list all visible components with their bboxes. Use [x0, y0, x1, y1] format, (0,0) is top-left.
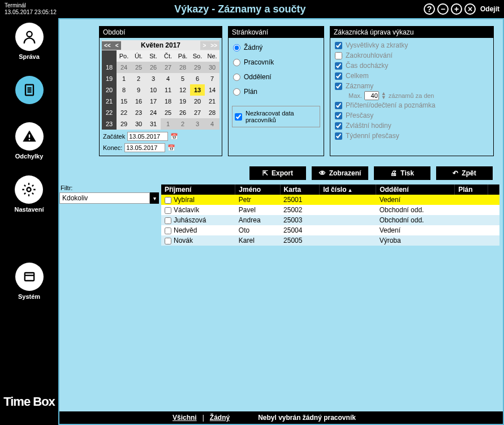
- customize-option[interactable]: Záznamy: [333, 81, 491, 91]
- calendar-day[interactable]: 26: [175, 107, 190, 118]
- calendar-day[interactable]: 31: [146, 118, 161, 130]
- calendar-day[interactable]: 4: [205, 118, 219, 130]
- calendar-day[interactable]: 7: [205, 73, 219, 84]
- checkbox-input[interactable]: [335, 42, 342, 49]
- end-date-input[interactable]: [124, 143, 165, 152]
- checkbox-input[interactable]: [335, 52, 342, 59]
- calendar-day[interactable]: 8: [117, 84, 131, 96]
- calendar-day[interactable]: 29: [190, 62, 205, 73]
- max-records-input[interactable]: [364, 91, 379, 100]
- plus-icon[interactable]: +: [451, 3, 462, 15]
- calendar-day[interactable]: 3: [190, 118, 205, 130]
- calendar-day[interactable]: 6: [190, 73, 205, 84]
- checkbox-input[interactable]: [335, 62, 342, 70]
- row-checkbox[interactable]: [165, 238, 171, 244]
- calendar-day[interactable]: 4: [161, 73, 175, 84]
- customize-option[interactable]: Týdenní přesčasy: [333, 131, 491, 141]
- table-row[interactable]: Novák Karel 25005 Výroba: [161, 235, 499, 246]
- customize-option[interactable]: Celkem: [333, 71, 491, 81]
- sidebar-item-nastaveni[interactable]: Nastavení: [15, 175, 44, 213]
- calendar-day[interactable]: 16: [131, 96, 146, 107]
- calendar-day[interactable]: 24: [117, 62, 131, 73]
- checkbox-input[interactable]: [335, 132, 342, 140]
- calendar-day[interactable]: 13: [190, 84, 205, 96]
- calendar-day[interactable]: 1: [161, 118, 175, 130]
- close-icon[interactable]: ×: [464, 3, 476, 15]
- export-button[interactable]: ⇱Export: [249, 166, 306, 180]
- calendar-day[interactable]: 5: [175, 73, 190, 84]
- checkbox-input[interactable]: [335, 72, 342, 80]
- calendar-day[interactable]: 9: [131, 84, 146, 96]
- calendar-day[interactable]: 27: [190, 107, 205, 118]
- table-row[interactable]: Vybíral Petr 25001 Vedení: [161, 195, 499, 205]
- customize-option[interactable]: Čas docházky: [333, 61, 491, 71]
- noshorten-block[interactable]: Nezkracovat data pracovníků: [232, 106, 320, 127]
- calendar-day[interactable]: 20: [190, 96, 205, 107]
- checkbox-input[interactable]: [335, 102, 342, 109]
- column-header[interactable]: [488, 184, 499, 195]
- select-all-link[interactable]: Všichni: [173, 414, 197, 422]
- column-header[interactable]: Plán: [455, 184, 488, 195]
- radio-input[interactable]: [233, 88, 240, 96]
- column-header[interactable]: Karta: [280, 184, 320, 195]
- print-button[interactable]: 🖨Tisk: [374, 166, 430, 180]
- table-row[interactable]: Juhászová Andrea 25003 Obchodní odd.: [161, 215, 499, 225]
- start-date-input[interactable]: [127, 132, 168, 141]
- calendar-icon[interactable]: 📅: [167, 144, 175, 152]
- column-header[interactable]: Příjmení: [161, 184, 235, 195]
- spinner-icon[interactable]: ▲▼: [381, 92, 386, 100]
- calendar-day[interactable]: 19: [175, 96, 190, 107]
- calendar-day[interactable]: 11: [161, 84, 175, 96]
- calendar-day[interactable]: 28: [205, 107, 219, 118]
- calendar-day[interactable]: 2: [175, 118, 190, 130]
- prev-year-button[interactable]: <<: [102, 41, 113, 50]
- filter-select[interactable]: ▾: [59, 192, 159, 204]
- calendar-day[interactable]: 30: [205, 62, 219, 73]
- row-checkbox[interactable]: [165, 217, 171, 224]
- calendar-day[interactable]: 18: [161, 96, 175, 107]
- next-year-button[interactable]: >>: [208, 41, 219, 50]
- calendar-day[interactable]: 25: [131, 62, 146, 73]
- calendar-day[interactable]: 30: [131, 118, 146, 130]
- minus-icon[interactable]: −: [437, 3, 449, 15]
- radio-input[interactable]: [233, 59, 240, 66]
- noshorten-checkbox[interactable]: [235, 113, 242, 121]
- table-row[interactable]: Nedvěd Oto 25004 Vedení: [161, 225, 499, 235]
- customize-option[interactable]: Zaokrouhlování: [333, 50, 491, 61]
- paging-option[interactable]: Oddělení: [231, 70, 321, 84]
- radio-input[interactable]: [233, 44, 240, 51]
- customize-option[interactable]: Přesčasy: [333, 110, 491, 121]
- customize-option[interactable]: Vysvětlivky a zkratky: [333, 40, 491, 50]
- calendar-day[interactable]: 17: [146, 96, 161, 107]
- customize-option[interactable]: Zvláštní hodiny: [333, 121, 491, 131]
- calendar-day[interactable]: 22: [117, 107, 131, 118]
- calendar-day[interactable]: 14: [205, 84, 219, 96]
- help-icon[interactable]: ?: [424, 3, 435, 15]
- paging-option[interactable]: Plán: [231, 84, 321, 99]
- calendar-day[interactable]: 26: [146, 62, 161, 73]
- select-none-link[interactable]: Žádný: [210, 414, 230, 422]
- sidebar-item-system[interactable]: Systém: [15, 263, 44, 300]
- exit-button[interactable]: Odejít: [480, 5, 499, 13]
- calendar-day[interactable]: 24: [146, 107, 161, 118]
- customize-option[interactable]: Přičtení/odečtení a poznámka: [333, 100, 491, 110]
- calendar-day[interactable]: 23: [131, 107, 146, 118]
- calendar-day[interactable]: 27: [161, 62, 175, 73]
- row-checkbox[interactable]: [165, 197, 171, 204]
- sidebar-item-reports[interactable]: [15, 76, 44, 106]
- checkbox-input[interactable]: [335, 83, 342, 90]
- sidebar-item-odchylky[interactable]: Odchylky: [15, 122, 44, 160]
- column-header[interactable]: Jméno: [235, 184, 280, 195]
- prev-month-button[interactable]: <: [113, 41, 121, 50]
- sidebar-item-sprava[interactable]: Správa: [15, 23, 44, 60]
- calendar-day[interactable]: 1: [117, 73, 131, 84]
- column-header[interactable]: Id číslo▲: [320, 184, 376, 195]
- calendar-day[interactable]: 12: [175, 84, 190, 96]
- calendar-day[interactable]: 15: [117, 96, 131, 107]
- filter-input[interactable]: [59, 192, 150, 204]
- row-checkbox[interactable]: [165, 207, 171, 214]
- calendar-day[interactable]: 28: [175, 62, 190, 73]
- paging-option[interactable]: Pracovník: [231, 55, 321, 70]
- back-button[interactable]: ↶Zpět: [436, 166, 493, 180]
- view-button[interactable]: 👁Zobrazení: [312, 166, 368, 180]
